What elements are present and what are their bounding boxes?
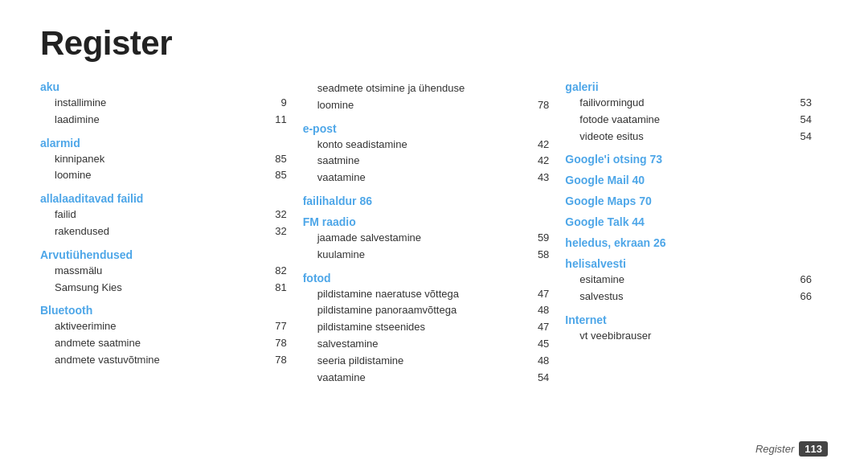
index-entry: failihaldur 86 bbox=[303, 195, 550, 207]
sub-item-label: vaatamine bbox=[317, 170, 534, 186]
entry-heading: aku bbox=[40, 80, 287, 93]
entry-heading: Google'i otsing 73 bbox=[565, 153, 812, 166]
sub-item-num: 42 bbox=[538, 153, 549, 170]
index-entry: Bluetoothaktiveerimine77andmete saatmine… bbox=[40, 304, 287, 368]
sub-item: loomine85 bbox=[40, 167, 287, 184]
sub-item-label: videote esitus bbox=[579, 129, 796, 145]
sub-item-label: seadmete otsimine ja ühenduse bbox=[317, 80, 550, 97]
index-entry: Internetvt veebibrauser bbox=[565, 313, 812, 345]
page-title: Register bbox=[40, 24, 828, 63]
index-entry: Google Maps 70 bbox=[565, 195, 812, 207]
sub-item: aktiveerimine77 bbox=[40, 318, 287, 335]
index-entry: Arvutiühendusedmassmälu82Samsung Kies81 bbox=[40, 248, 287, 297]
sub-item-label: failid bbox=[55, 207, 272, 223]
index-entry: akuinstallimine9laadimine11 bbox=[40, 80, 287, 129]
sub-item-label: salvestamine bbox=[317, 336, 534, 353]
sub-item-num: 47 bbox=[538, 286, 549, 303]
entry-heading: Arvutiühendused bbox=[40, 248, 287, 261]
sub-item: vaatamine43 bbox=[303, 170, 550, 186]
sub-item-num: 45 bbox=[538, 336, 549, 353]
sub-item: salvestamine45 bbox=[303, 336, 550, 353]
sub-item-num: 82 bbox=[275, 263, 286, 280]
index-entry: seadmete otsimine ja ühenduseloomine78 bbox=[303, 80, 550, 114]
sub-item: pildistamine naeratuse võttega47 bbox=[303, 286, 550, 303]
index-entry: e-postkonto seadistamine42saatmine42vaat… bbox=[303, 122, 550, 186]
sub-item-num: 48 bbox=[538, 302, 549, 319]
entry-heading: fotod bbox=[303, 272, 550, 285]
sub-item-num: 43 bbox=[538, 170, 549, 186]
sub-item: failid32 bbox=[40, 207, 287, 223]
index-entry: Google'i otsing 73 bbox=[565, 153, 812, 166]
sub-item: rakendused32 bbox=[40, 223, 287, 240]
sub-item: fotode vaatamine54 bbox=[565, 112, 812, 129]
index-entry: FM raadiojaamade salvestamine59kuulamine… bbox=[303, 215, 550, 264]
sub-item-label: vaatamine bbox=[317, 370, 534, 387]
entry-heading: Internet bbox=[565, 313, 812, 326]
sub-item-label: saatmine bbox=[317, 153, 534, 170]
sub-item-num: 66 bbox=[800, 289, 812, 305]
sub-item-num: 78 bbox=[538, 97, 549, 114]
sub-item-num: 81 bbox=[275, 280, 286, 297]
sub-item-label: rakendused bbox=[55, 223, 272, 240]
sub-item: seeria pildistamine48 bbox=[303, 353, 550, 370]
sub-item: installimine9 bbox=[40, 95, 287, 112]
index-entry: Google Mail 40 bbox=[565, 174, 812, 186]
sub-item-num: 47 bbox=[538, 319, 549, 336]
sub-item: jaamade salvestamine59 bbox=[303, 230, 550, 247]
sub-item-label: fotode vaatamine bbox=[579, 112, 796, 129]
footer: Register 113 bbox=[755, 441, 828, 457]
sub-item: Samsung Kies81 bbox=[40, 280, 287, 297]
index-entry: heledus, ekraan 26 bbox=[565, 236, 812, 249]
sub-item: laadimine11 bbox=[40, 112, 287, 129]
index-columns: akuinstallimine9laadimine11alarmidkinnip… bbox=[40, 80, 828, 394]
sub-item-num: 59 bbox=[538, 230, 549, 247]
sub-item-num: 54 bbox=[800, 112, 812, 129]
sub-item-num: 42 bbox=[538, 137, 549, 154]
sub-item-label: laadimine bbox=[55, 112, 272, 129]
entry-heading: heledus, ekraan 26 bbox=[565, 236, 812, 249]
sub-item-label: esitamine bbox=[579, 272, 796, 289]
sub-item-label: andmete saatmine bbox=[55, 335, 272, 352]
sub-item: konto seadistamine42 bbox=[303, 137, 550, 154]
sub-item-num: 85 bbox=[275, 167, 286, 184]
sub-item-label: pildistamine panoraamvõttega bbox=[317, 302, 534, 319]
sub-item-num: 66 bbox=[800, 272, 812, 289]
index-entry: fotodpildistamine naeratuse võttega47pil… bbox=[303, 272, 550, 387]
entry-heading: e-post bbox=[303, 122, 550, 135]
sub-item: pildistamine panoraamvõttega48 bbox=[303, 302, 550, 319]
sub-item-label: kuulamine bbox=[317, 247, 534, 264]
entry-heading: Google Maps 70 bbox=[565, 195, 812, 207]
sub-item-label: pildistamine naeratuse võttega bbox=[317, 286, 534, 303]
sub-item: kinnipanek85 bbox=[40, 151, 287, 168]
sub-item-label: failivormingud bbox=[579, 95, 796, 112]
sub-item: pildistamine stseenides47 bbox=[303, 319, 550, 336]
sub-item-num: 48 bbox=[538, 353, 549, 370]
entry-heading: helisalvesti bbox=[565, 257, 812, 270]
entry-heading: Google Mail 40 bbox=[565, 174, 812, 186]
index-entry: Google Talk 44 bbox=[565, 215, 812, 228]
sub-item-label: loomine bbox=[317, 97, 534, 114]
sub-item-label: Samsung Kies bbox=[55, 280, 272, 297]
index-entry: helisalvestiesitamine66salvestus66 bbox=[565, 257, 812, 305]
sub-item-label: installimine bbox=[55, 95, 277, 112]
sub-item: saatmine42 bbox=[303, 153, 550, 170]
sub-item: vaatamine54 bbox=[303, 370, 550, 387]
index-entry: galeriifailivormingud53fotode vaatamine5… bbox=[565, 80, 812, 145]
sub-item: seadmete otsimine ja ühenduse bbox=[303, 80, 550, 97]
page: Register akuinstallimine9laadimine11alar… bbox=[0, 0, 868, 471]
sub-item-num: 78 bbox=[275, 335, 286, 352]
sub-item-num: 32 bbox=[275, 207, 286, 223]
column-2: seadmete otsimine ja ühenduseloomine78e-… bbox=[303, 80, 566, 394]
sub-item-num: 85 bbox=[275, 151, 286, 168]
index-entry: alarmidkinnipanek85loomine85 bbox=[40, 137, 287, 185]
sub-item-label: aktiveerimine bbox=[55, 318, 272, 335]
sub-item: vt veebibrauser bbox=[565, 328, 812, 345]
sub-item-num: 11 bbox=[275, 112, 286, 129]
sub-item-label: andmete vastuvõtmine bbox=[55, 352, 272, 369]
sub-item-num: 58 bbox=[538, 247, 549, 264]
sub-item-label: seeria pildistamine bbox=[317, 353, 534, 370]
sub-item: loomine78 bbox=[303, 97, 550, 114]
sub-item: massmälu82 bbox=[40, 263, 287, 280]
footer-label: Register bbox=[755, 443, 794, 455]
sub-item: failivormingud53 bbox=[565, 95, 812, 112]
